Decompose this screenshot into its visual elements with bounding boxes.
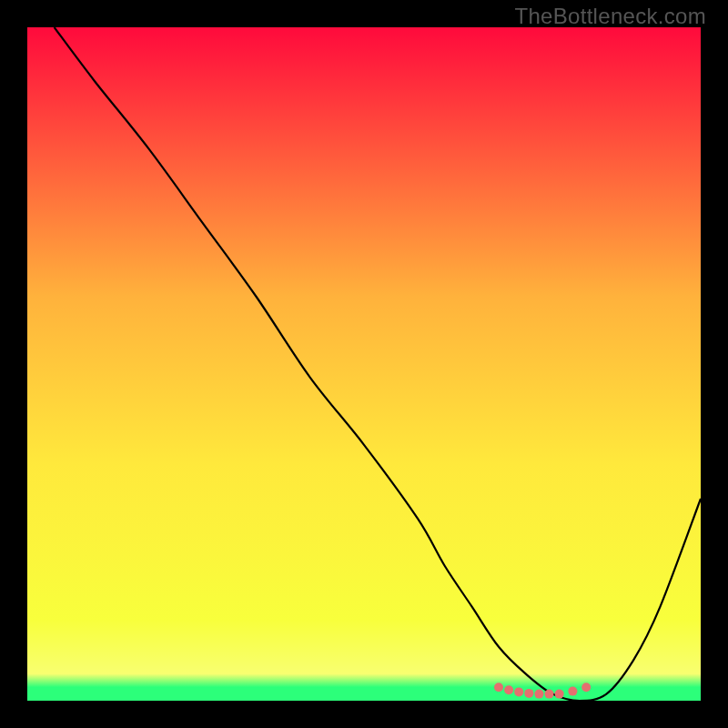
plot-area	[27, 27, 701, 701]
highlight-dot	[568, 687, 577, 696]
highlight-dot	[504, 685, 513, 694]
gradient-background	[27, 27, 701, 701]
highlight-dot	[534, 690, 543, 699]
highlight-dot	[514, 687, 523, 696]
highlight-dot	[545, 690, 554, 699]
highlight-dot	[494, 682, 503, 692]
highlight-dot	[524, 689, 533, 698]
plot-svg	[27, 27, 701, 701]
highlight-dot	[555, 690, 564, 699]
chart-container: TheBottleneck.com	[0, 0, 728, 728]
highlight-dot	[581, 682, 591, 692]
